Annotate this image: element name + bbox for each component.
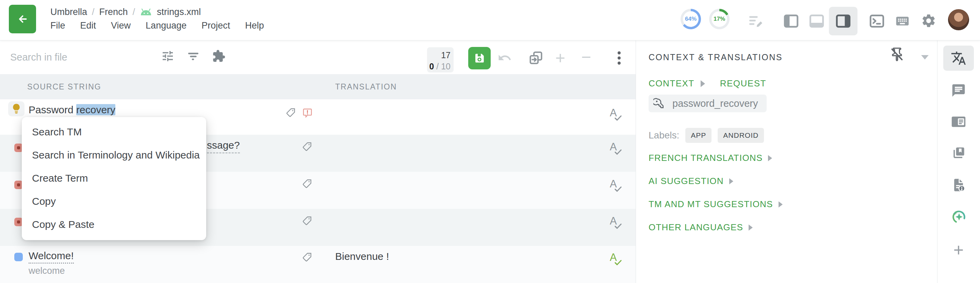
translation-header: TRANSLATION xyxy=(335,74,397,99)
android-icon xyxy=(140,8,152,16)
menu-item-create-term[interactable]: Create Term xyxy=(22,167,206,190)
section-ai-suggestion[interactable]: AI SUGGESTION xyxy=(649,176,733,186)
tab-context[interactable]: CONTEXT xyxy=(649,78,695,89)
selected-word: recovery xyxy=(76,104,115,115)
tag-icon[interactable] xyxy=(302,216,312,226)
back-button[interactable] xyxy=(9,5,36,33)
crowdin-editor: Umbrella / French / strings.xml File Edi… xyxy=(0,0,980,283)
table-header: SOURCE STRING TRANSLATION xyxy=(0,74,636,99)
strings-visible-count: 10 xyxy=(441,62,450,71)
string-key: welcome xyxy=(29,266,65,276)
lightbulb-icon xyxy=(11,103,21,114)
string-key-value: password_recovery xyxy=(672,98,758,109)
chevron-right-icon xyxy=(749,224,753,231)
layout-left-panel-icon[interactable] xyxy=(783,13,799,29)
chevron-right-icon xyxy=(701,80,705,87)
file-info-icon[interactable] xyxy=(951,177,966,193)
string-key-chip[interactable]: password_recovery xyxy=(649,95,767,112)
comments-icon[interactable] xyxy=(951,83,966,98)
proofread-icon[interactable]: A xyxy=(609,141,624,156)
section-french-translations[interactable]: FRENCH TRANSLATIONS xyxy=(649,153,772,163)
menu-file[interactable]: File xyxy=(50,21,65,31)
breadcrumb-file[interactable]: strings.xml xyxy=(157,7,201,17)
menu-item-copy[interactable]: Copy xyxy=(22,190,206,213)
labels-row: Labels: APP ANDROID xyxy=(649,128,764,143)
menu-item-copy-paste[interactable]: Copy & Paste xyxy=(22,213,206,236)
tab-request[interactable]: REQUEST xyxy=(720,78,766,89)
panel-title: CONTEXT & TRANSLATIONS xyxy=(649,52,783,62)
source-string-text: Password recovery xyxy=(29,104,115,116)
search-input[interactable]: Search in file xyxy=(10,52,146,63)
labels-caption: Labels: xyxy=(649,130,679,141)
proofread-icon[interactable]: A xyxy=(609,215,624,231)
active-string-indicator xyxy=(8,101,24,116)
translate-tool-icon[interactable] xyxy=(951,50,966,66)
comment-issue-icon[interactable] xyxy=(302,108,313,118)
panel-tabs: CONTEXT REQUEST xyxy=(649,78,766,89)
approved-progress-value: 17% xyxy=(709,9,730,29)
translated-status-icon xyxy=(14,253,23,261)
tag-icon[interactable] xyxy=(286,108,296,118)
menu-view[interactable]: View xyxy=(111,21,130,31)
proofread-icon[interactable]: A xyxy=(609,107,624,122)
increase-font-icon[interactable]: + xyxy=(555,49,565,66)
layout-right-panel-icon[interactable] xyxy=(835,13,851,29)
breadcrumb-separator: / xyxy=(133,7,135,17)
add-panel-icon[interactable]: + xyxy=(951,242,966,258)
tag-icon[interactable] xyxy=(302,252,312,262)
filter-strings-icon[interactable] xyxy=(186,49,200,63)
keyboard-shortcuts-icon[interactable] xyxy=(894,13,910,29)
section-tm-mt-suggestions[interactable]: TM AND MT SUGGESTIONS xyxy=(649,199,783,210)
menu-edit[interactable]: Edit xyxy=(80,21,96,31)
arrow-left-icon xyxy=(16,13,29,25)
proofread-icon[interactable]: A xyxy=(609,178,624,194)
settings-gear-icon[interactable] xyxy=(921,13,937,29)
draft-list-icon[interactable] xyxy=(748,13,764,29)
proofread-icon-approved[interactable]: A xyxy=(609,251,624,267)
label-chip-android: ANDROID xyxy=(718,128,764,143)
terminology-card-icon[interactable] xyxy=(951,114,966,130)
strings-total-count: 17 xyxy=(427,50,450,61)
source-string-header: SOURCE STRING xyxy=(27,74,102,99)
layout-bottom-panel-icon[interactable] xyxy=(809,13,824,29)
unpin-icon[interactable] xyxy=(889,47,905,63)
floppy-disk-icon xyxy=(473,52,485,64)
breadcrumb-language[interactable]: French xyxy=(99,7,128,17)
section-other-languages[interactable]: OTHER LANGUAGES xyxy=(649,222,753,233)
breadcrumb-separator: / xyxy=(92,7,95,17)
user-avatar[interactable] xyxy=(948,9,969,30)
chevron-right-icon xyxy=(778,201,783,207)
tag-icon[interactable] xyxy=(302,178,312,189)
right-icon-rail: + xyxy=(937,40,980,283)
menu-item-search-tm[interactable]: Search TM xyxy=(22,121,206,143)
ai-assistant-icon[interactable] xyxy=(951,209,966,225)
string-counter: 17 0 / 10 xyxy=(427,47,453,72)
menu-help[interactable]: Help xyxy=(245,21,264,31)
tag-icon[interactable] xyxy=(302,142,312,152)
copy-source-icon[interactable] xyxy=(529,51,543,65)
translation-memory-icon[interactable] xyxy=(951,145,966,161)
translated-progress-gauge[interactable]: 64% xyxy=(681,9,701,29)
translation-text: Bienvenue ! xyxy=(335,251,389,262)
context-panel: CONTEXT & TRANSLATIONS CONTEXT REQUEST p… xyxy=(636,40,937,283)
plugins-puzzle-icon[interactable] xyxy=(212,49,226,63)
string-row-welcome[interactable]: Welcome! welcome Bienvenue ! A xyxy=(0,246,636,283)
menu-item-search-terminology[interactable]: Search in Terminology and Wikipedia xyxy=(22,143,206,167)
filter-settings-icon[interactable] xyxy=(161,49,175,63)
console-icon[interactable] xyxy=(869,13,885,29)
collapse-panel-chevron-icon[interactable] xyxy=(921,55,929,59)
source-string-fragment: ssage? xyxy=(207,140,240,153)
undo-icon[interactable] xyxy=(498,51,512,65)
more-options-icon[interactable] xyxy=(614,50,624,66)
save-button[interactable] xyxy=(468,47,491,69)
decrease-font-icon[interactable]: − xyxy=(581,49,591,66)
source-string-text: Welcome! xyxy=(29,250,74,264)
menu-bar: File Edit View Language Project Help xyxy=(50,21,264,31)
menu-project[interactable]: Project xyxy=(202,21,230,31)
label-chip-app: APP xyxy=(685,128,711,143)
editor-pane: Search in file 17 0 / 10 xyxy=(0,40,636,283)
breadcrumb-project[interactable]: Umbrella xyxy=(50,7,87,17)
menu-language[interactable]: Language xyxy=(146,21,186,31)
approved-progress-gauge[interactable]: 17% xyxy=(709,9,730,29)
translated-progress-value: 64% xyxy=(681,9,701,29)
